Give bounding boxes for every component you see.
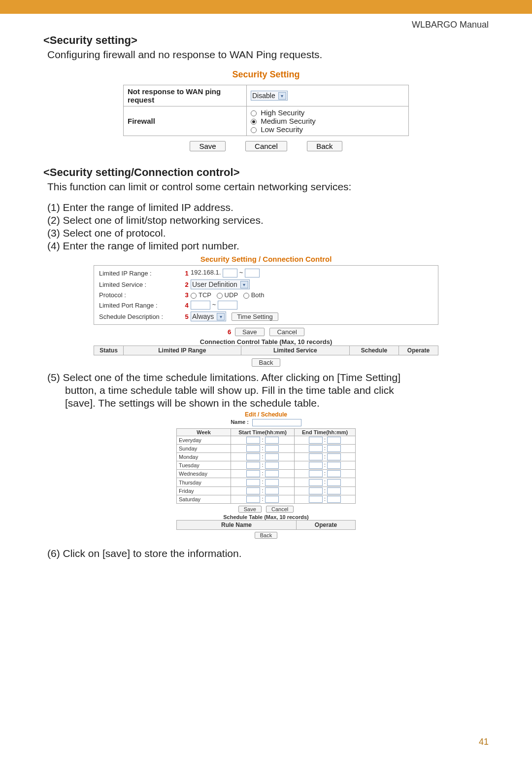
time-mm-input[interactable] xyxy=(265,437,279,444)
wan-ping-label: Not response to WAN ping request xyxy=(124,85,247,106)
colon: : xyxy=(262,496,264,502)
limited-service-label: Limited Service : xyxy=(99,281,183,288)
colon: : xyxy=(262,487,264,493)
colon: : xyxy=(262,462,264,468)
colon: : xyxy=(262,437,264,443)
colon: : xyxy=(262,470,264,476)
time-hh-input[interactable] xyxy=(309,437,323,444)
time-hh-input[interactable] xyxy=(246,496,260,503)
service-select[interactable]: User Definition ▾ xyxy=(191,279,250,289)
protocol-both[interactable]: Both xyxy=(243,291,265,299)
schedule-label: Schedule Description : xyxy=(99,313,183,320)
schedule-heading: Edit / Schedule xyxy=(176,411,356,418)
time-mm-input[interactable] xyxy=(327,462,341,469)
save-button[interactable]: Save xyxy=(190,141,225,151)
time-hh-input[interactable] xyxy=(309,479,323,486)
th-ip: Limited IP Range xyxy=(124,346,241,355)
time-setting-button[interactable]: Time Setting xyxy=(232,312,278,321)
cc-save-button[interactable]: Save xyxy=(235,328,265,336)
colon: : xyxy=(262,453,264,459)
sch-cancel-button[interactable]: Cancel xyxy=(266,506,294,513)
time-hh-input[interactable] xyxy=(246,437,260,444)
firewall-medium-label: Medium Security xyxy=(261,117,316,125)
th-operate: Operate xyxy=(399,346,438,355)
time-mm-input[interactable] xyxy=(265,453,279,460)
time-mm-input[interactable] xyxy=(265,470,279,477)
time-mm-input[interactable] xyxy=(265,445,279,452)
time-hh-input[interactable] xyxy=(246,479,260,486)
connection-control-table: Status Limited IP Range Limited Service … xyxy=(94,346,438,355)
protocol-udp[interactable]: UDP xyxy=(217,291,238,299)
section-title-connection-control: <Security setting/Connection control> xyxy=(43,166,489,179)
step-3: (3) Select one of protocol. xyxy=(47,227,489,239)
time-mm-input[interactable] xyxy=(327,496,341,503)
wan-ping-select[interactable]: Disable ▾ xyxy=(251,91,288,101)
th-week: Week xyxy=(177,429,231,436)
ip-prefix: 192.168.1. xyxy=(191,269,221,276)
time-mm-input[interactable] xyxy=(327,437,341,444)
marker-2: 2 xyxy=(183,281,191,288)
cancel-button[interactable]: Cancel xyxy=(245,141,287,151)
section-desc-connection-control: This function can limit or control some … xyxy=(47,181,489,193)
step-5: (5) Select one of the time schedule limi… xyxy=(47,372,489,409)
colon: : xyxy=(262,479,264,485)
schedule-week-table: Week Start Time(hh:mm) End Time(hh:mm) E… xyxy=(176,428,356,504)
protocol-tcp[interactable]: TCP xyxy=(191,291,211,299)
time-hh-input[interactable] xyxy=(246,453,260,460)
time-hh-input[interactable] xyxy=(246,470,260,477)
colon: : xyxy=(262,445,264,451)
schedule-row: Sunday : : xyxy=(177,445,356,453)
radio-icon xyxy=(251,119,257,125)
time-hh-input[interactable] xyxy=(309,496,323,503)
time-mm-input[interactable] xyxy=(265,479,279,486)
time-mm-input[interactable] xyxy=(265,496,279,503)
time-hh-input[interactable] xyxy=(309,462,323,469)
time-hh-input[interactable] xyxy=(246,487,260,494)
service-select-value: User Definition xyxy=(192,280,237,288)
time-mm-input[interactable] xyxy=(265,487,279,494)
th-service: Limited Service xyxy=(241,346,349,355)
firewall-option-medium[interactable]: Medium Security xyxy=(251,117,404,125)
port-end-input[interactable] xyxy=(218,301,237,310)
ip-end-input[interactable] xyxy=(245,269,260,277)
firewall-option-high[interactable]: High Security xyxy=(251,108,404,117)
cc-back-button[interactable]: Back xyxy=(252,358,281,367)
schedule-list-table: Rule Name Operate xyxy=(176,520,356,530)
time-hh-input[interactable] xyxy=(309,487,323,494)
time-mm-input[interactable] xyxy=(327,445,341,452)
security-setting-heading: Security Setting xyxy=(123,69,409,80)
cc-cancel-button[interactable]: Cancel xyxy=(269,328,304,336)
schedule-row: Tuesday : : xyxy=(177,461,356,470)
time-hh-input[interactable] xyxy=(309,470,323,477)
marker-4: 4 xyxy=(183,302,191,309)
page-content: WLBARGO Manual <Security setting> Config… xyxy=(0,14,532,753)
schedule-day: Thursday xyxy=(177,478,231,486)
back-button[interactable]: Back xyxy=(307,141,342,151)
time-hh-input[interactable] xyxy=(246,445,260,452)
schedule-name-label: Name : xyxy=(231,419,249,425)
time-mm-input[interactable] xyxy=(327,487,341,494)
sch-save-button[interactable]: Save xyxy=(238,506,262,513)
time-mm-input[interactable] xyxy=(327,470,341,477)
colon: : xyxy=(324,437,326,443)
schedule-day: Everyday xyxy=(177,436,231,445)
port-start-input[interactable] xyxy=(191,301,210,310)
schedule-select[interactable]: Always ▾ xyxy=(191,312,226,321)
time-hh-input[interactable] xyxy=(246,462,260,469)
firewall-option-low[interactable]: Low Security xyxy=(251,125,404,134)
sch-back-button[interactable]: Back xyxy=(255,532,277,539)
cc-table-caption: Connection Control Table (Max, 10 record… xyxy=(94,338,438,346)
time-hh-input[interactable] xyxy=(309,445,323,452)
step-5a: (5) Select one of the time schedule limi… xyxy=(47,372,489,383)
schedule-row: Saturday : : xyxy=(177,495,356,503)
schedule-name-input[interactable] xyxy=(252,419,301,426)
time-mm-input[interactable] xyxy=(327,453,341,460)
security-setting-table: Not response to WAN ping request Disable… xyxy=(123,85,409,136)
time-mm-input[interactable] xyxy=(327,479,341,486)
time-mm-input[interactable] xyxy=(265,462,279,469)
ip-start-input[interactable] xyxy=(223,269,237,277)
marker-3: 3 xyxy=(183,291,191,299)
radio-icon xyxy=(217,293,223,299)
page-number: 41 xyxy=(479,737,489,747)
time-hh-input[interactable] xyxy=(309,453,323,460)
